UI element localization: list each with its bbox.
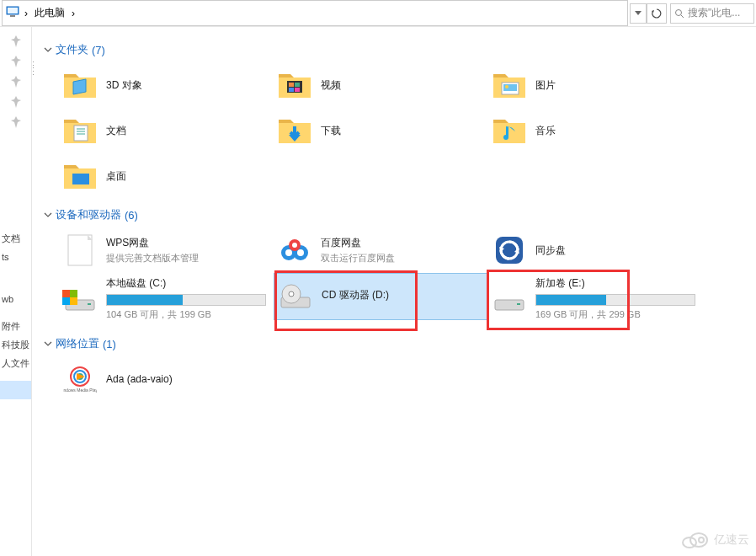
- drive-name: 本地磁盘 (C:): [106, 276, 270, 291]
- breadcrumb-location[interactable]: 此电脑: [33, 6, 67, 20]
- folders-grid: 3D 对象 视频 图片 文档 下载 音乐 桌面: [42, 62, 749, 199]
- svg-rect-17: [72, 174, 89, 184]
- drive-name: 百度网盘: [321, 236, 395, 250]
- folder-item[interactable]: 下载: [274, 108, 488, 153]
- folder-label: 图片: [535, 78, 556, 93]
- folder-downloads-icon: [277, 113, 312, 148]
- chevron-down-icon: [44, 45, 52, 54]
- svg-rect-29: [62, 290, 70, 297]
- folder-label: 桌面: [106, 169, 126, 184]
- folder-item[interactable]: 3D 对象: [59, 62, 274, 108]
- folder-desktop-icon: [62, 158, 98, 194]
- svg-rect-2: [10, 15, 15, 17]
- pin-icon: [10, 96, 22, 108]
- sidebar-item[interactable]: 人文件: [0, 354, 31, 372]
- sidebar-item[interactable]: 文档: [0, 229, 31, 248]
- sidebar-item[interactable]: 科技股: [0, 335, 31, 354]
- watermark: 亿速云: [680, 531, 749, 549]
- svg-point-44: [699, 537, 704, 543]
- svg-rect-13: [74, 126, 88, 141]
- pin-icon: [10, 76, 22, 88]
- nav-sidebar: 文档 ts wb 附件 科技股 人文件: [0, 27, 32, 556]
- drive-item-cloud[interactable]: WPS网盘 提供完善文档版本管理: [59, 227, 274, 273]
- svg-line-4: [681, 15, 684, 18]
- highlight-box: [487, 270, 630, 330]
- network-item[interactable]: Windows Media Player Ada (ada-vaio): [59, 356, 274, 402]
- drive-name: 同步盘: [535, 243, 566, 258]
- svg-rect-32: [70, 297, 77, 305]
- group-header-drives[interactable]: 设备和驱动器 (6): [44, 207, 749, 222]
- drive-sub: 提供完善文档版本管理: [106, 252, 199, 265]
- pin-icon: [10, 56, 22, 67]
- drive-item-disk-c[interactable]: 本地磁盘 (C:) 104 GB 可用，共 199 GB: [59, 273, 274, 324]
- folder-videos-icon: [277, 67, 312, 103]
- disk-icon: [62, 281, 98, 317]
- drive-name: WPS网盘: [106, 236, 199, 250]
- chevron-down-icon: [44, 339, 52, 348]
- network-label: Ada (ada-vaio): [106, 373, 173, 385]
- svg-rect-8: [289, 88, 294, 92]
- sidebar-item[interactable]: ts: [0, 248, 31, 266]
- breadcrumb-sep[interactable]: ›: [23, 8, 29, 19]
- svg-rect-9: [295, 88, 300, 92]
- folder-label: 3D 对象: [106, 78, 142, 93]
- highlight-box: [274, 270, 418, 331]
- search-placeholder: 搜索"此电...: [688, 6, 740, 20]
- search-icon: [674, 8, 684, 19]
- folder-item[interactable]: 图片: [488, 62, 703, 108]
- pin-icon: [10, 35, 22, 47]
- folder-item[interactable]: 文档: [59, 108, 274, 153]
- svg-point-3: [676, 9, 682, 15]
- svg-rect-31: [62, 297, 70, 305]
- pin-icon: [10, 116, 22, 128]
- drive-info: 104 GB 可用，共 199 GB: [106, 308, 270, 321]
- sidebar-item[interactable]: wb: [0, 290, 31, 308]
- svg-point-12: [505, 85, 508, 88]
- folder-item[interactable]: 视频: [274, 62, 488, 108]
- folder-label: 音乐: [535, 124, 556, 138]
- svg-point-23: [297, 249, 304, 256]
- group-header-network[interactable]: 网络位置 (1): [44, 336, 749, 351]
- svg-point-24: [292, 243, 297, 248]
- folder-documents-icon: [62, 113, 98, 148]
- address-path[interactable]: › 此电脑 ›: [2, 0, 628, 26]
- svg-rect-6: [289, 83, 294, 87]
- folder-music-icon: [492, 113, 527, 148]
- svg-rect-30: [70, 290, 77, 297]
- folder-item[interactable]: 桌面: [59, 153, 274, 199]
- folder-label: 视频: [321, 78, 341, 93]
- pc-icon: [6, 6, 19, 20]
- chevron-down-icon: [44, 211, 52, 219]
- svg-point-22: [285, 249, 292, 256]
- network-grid: Windows Media Player Ada (ada-vaio): [42, 356, 749, 402]
- address-bar: › 此电脑 › 搜索"此电...: [0, 0, 756, 27]
- folder-item[interactable]: 音乐: [488, 108, 703, 153]
- breadcrumb-sep[interactable]: ›: [70, 8, 77, 19]
- wps-icon: [62, 233, 98, 268]
- drive-usage-bar: [106, 294, 266, 306]
- folder-label: 文档: [106, 124, 126, 138]
- svg-rect-1: [8, 8, 18, 13]
- refresh-button[interactable]: [647, 3, 667, 24]
- sync-icon: [492, 233, 527, 268]
- svg-rect-27: [88, 303, 91, 305]
- folder-label: 下载: [321, 124, 341, 138]
- svg-rect-7: [295, 83, 300, 87]
- group-header-folders[interactable]: 文件夹 (7): [44, 42, 749, 57]
- baidu-icon: [277, 233, 312, 268]
- drive-sub: 双击运行百度网盘: [321, 252, 395, 265]
- drive-item-cloud[interactable]: 百度网盘 双击运行百度网盘: [274, 227, 488, 273]
- svg-text:Windows Media Player: Windows Media Player: [63, 388, 97, 393]
- folder-pictures-icon: [492, 67, 527, 103]
- sidebar-item-selected[interactable]: [0, 381, 31, 399]
- sidebar-item[interactable]: 附件: [0, 317, 31, 335]
- folder-3d-icon: [62, 67, 98, 103]
- address-history-dropdown[interactable]: [630, 3, 647, 24]
- search-input[interactable]: 搜索"此电...: [670, 3, 754, 24]
- wmp-icon: Windows Media Player: [62, 361, 98, 397]
- drive-item-sync[interactable]: 同步盘: [488, 227, 703, 273]
